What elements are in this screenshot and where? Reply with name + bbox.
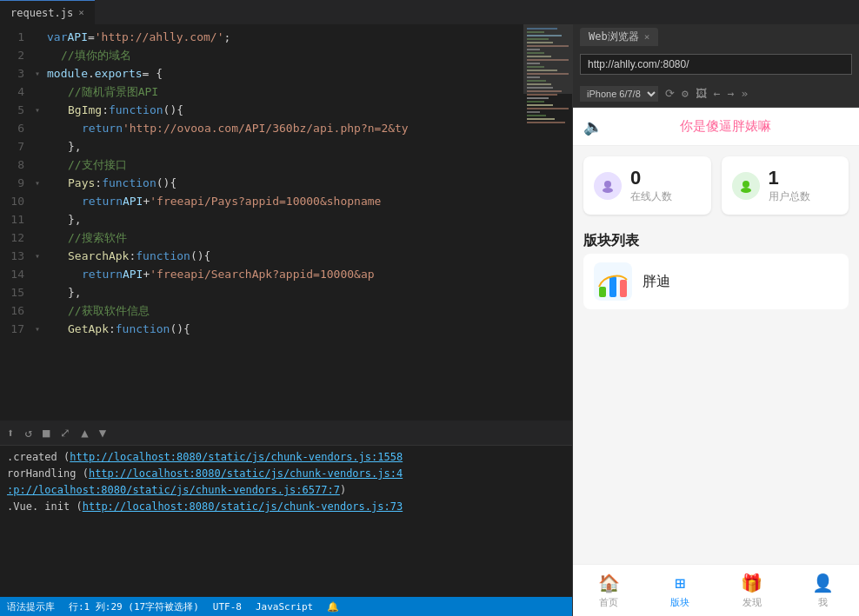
- minimap-viewport[interactable]: [523, 24, 572, 94]
- nav-item-home[interactable]: 🏠 首页: [573, 573, 644, 609]
- svg-point-29: [603, 188, 613, 193]
- device-select[interactable]: iPhone 6/7/8 iPhone X iPad: [580, 86, 658, 102]
- forum-icon: [594, 262, 632, 301]
- terminal-area[interactable]: .created (http://localhost:8080/static/j…: [0, 445, 572, 597]
- status-position: 行:1 列:29 (17字符被选择): [69, 600, 199, 613]
- terminal-link[interactable]: http://localhost:8080/static/js/chunk-ve…: [83, 500, 403, 513]
- profile-icon: 👤: [812, 573, 834, 593]
- svg-rect-26: [527, 118, 555, 120]
- browser-tab-label: Web浏览器: [589, 30, 639, 44]
- code-line: return API + 'freeapi/SearchApk?appid=10…: [31, 265, 523, 283]
- svg-rect-23: [527, 108, 569, 109]
- svg-rect-33: [599, 287, 606, 297]
- code-line: ▾ GetApk : function (){: [31, 320, 523, 338]
- users-icon: [732, 172, 760, 200]
- nav-item-profile[interactable]: 👤 我: [788, 573, 859, 609]
- online-count: 0: [630, 167, 672, 189]
- terminal-line: :p://localhost:8080/static/js/chunk-vend…: [7, 482, 565, 499]
- online-label: 在线人数: [630, 189, 672, 204]
- refresh-icon[interactable]: ↺: [24, 426, 31, 440]
- svg-rect-20: [527, 97, 549, 99]
- code-line: ▾ module . exports = {: [31, 64, 523, 83]
- nav-home-label: 首页: [599, 596, 618, 609]
- rotate-icon[interactable]: ⟳: [665, 87, 675, 100]
- editor-area: 12345 678910 1112131415 1617 var API = '…: [0, 24, 572, 616]
- status-hint[interactable]: 语法提示库: [7, 600, 55, 613]
- stats-row: 0 在线人数 1 用户总数: [573, 146, 859, 225]
- svg-rect-19: [527, 94, 557, 96]
- forum-nav-icon: ⊞: [675, 573, 685, 593]
- more-icon[interactable]: »: [741, 87, 748, 100]
- nav-profile-label: 我: [818, 596, 828, 609]
- user-label: 用户总数: [769, 189, 810, 204]
- stop-icon[interactable]: ■: [43, 426, 50, 440]
- nav-forum-label: 版块: [670, 596, 689, 609]
- user-count: 1: [769, 167, 810, 189]
- svg-rect-27: [527, 122, 565, 123]
- app-title: 你是傻逼胖婊嘛: [603, 118, 849, 135]
- tab-label: request.js: [10, 7, 73, 19]
- code-line: //填你的域名: [31, 46, 523, 64]
- code-line: //获取软件信息: [31, 301, 523, 320]
- browser-tab[interactable]: Web浏览器 ×: [580, 28, 658, 46]
- bottom-nav: 🏠 首页 ⊞ 版块 🎁 发现 👤 我: [573, 564, 859, 616]
- app-top-bar: 🔈 你是傻逼胖婊嘛: [573, 108, 859, 146]
- down-icon[interactable]: ▼: [99, 426, 106, 440]
- terminal-line: .Vue. init (http://localhost:8080/static…: [7, 499, 565, 515]
- terminal-line: .created (http://localhost:8080/static/j…: [7, 449, 565, 466]
- section-header: 版块列表: [573, 225, 859, 254]
- browser-url-input[interactable]: [580, 54, 852, 75]
- home-icon: 🏠: [598, 573, 620, 593]
- status-encoding: UTF-8: [213, 601, 242, 613]
- svg-rect-35: [620, 280, 627, 297]
- line-numbers: 12345 678910 1112131415 1617: [0, 24, 31, 421]
- minimap[interactable]: [523, 24, 572, 421]
- svg-point-30: [742, 181, 749, 188]
- main-area: 12345 678910 1112131415 1617 var API = '…: [0, 24, 859, 616]
- upload-icon[interactable]: ⬆: [7, 426, 14, 440]
- status-language: JavaScript: [256, 601, 313, 613]
- browser-address-bar: [573, 49, 859, 80]
- settings-icon[interactable]: ⚙: [682, 87, 689, 100]
- browser-panel: Web浏览器 × iPhone 6/7/8 iPhone X iPad ⟳ ⚙ …: [572, 24, 859, 616]
- svg-rect-22: [527, 104, 553, 106]
- browser-content: 🔈 你是傻逼胖婊嘛 0 在线人数: [573, 108, 859, 616]
- svg-rect-24: [527, 111, 540, 113]
- code-editor[interactable]: 12345 678910 1112131415 1617 var API = '…: [0, 24, 572, 421]
- browser-device-bar: iPhone 6/7/8 iPhone X iPad ⟳ ⚙ 🖼 ← → »: [573, 80, 859, 108]
- nav-item-discover[interactable]: 🎁 发现: [716, 573, 788, 609]
- screenshot-icon[interactable]: 🖼: [696, 87, 707, 100]
- code-line: ▾ SearchApk : function (){: [31, 247, 523, 265]
- editor-toolbar: ⬆ ↺ ■ ⤢ ▲ ▼: [0, 421, 572, 445]
- up-icon[interactable]: ▲: [81, 426, 88, 440]
- code-content[interactable]: var API = 'http://ahlly.com/' ; //填你的域名 …: [31, 24, 523, 421]
- users-stat-card[interactable]: 1 用户总数: [722, 156, 849, 215]
- svg-rect-25: [527, 115, 546, 116]
- discover-icon: 🎁: [741, 573, 762, 593]
- expand-icon[interactable]: ⤢: [60, 426, 70, 440]
- back-icon[interactable]: ←: [714, 87, 721, 100]
- code-line: //搜索软件: [31, 229, 523, 247]
- browser-tab-close-icon[interactable]: ×: [644, 31, 650, 43]
- code-line: ▾ BgImg : function (){: [31, 101, 523, 119]
- status-bell[interactable]: 🔔: [327, 601, 339, 613]
- code-line: },: [31, 137, 523, 156]
- terminal-link[interactable]: http://localhost:8080/static/js/chunk-ve…: [70, 451, 403, 463]
- terminal-line: rorHandling (http://localhost:8080/stati…: [7, 466, 565, 482]
- nav-discover-label: 发现: [742, 596, 762, 609]
- terminal-link[interactable]: :p://localhost:8080/static/js/chunk-vend…: [7, 484, 340, 496]
- nav-item-forum[interactable]: ⊞ 版块: [644, 573, 716, 609]
- editor-tab[interactable]: request.js ×: [0, 0, 95, 24]
- forum-item[interactable]: 胖迪: [583, 254, 849, 309]
- svg-point-31: [741, 188, 751, 193]
- speaker-icon[interactable]: 🔈: [583, 117, 603, 136]
- code-line: //支付接口: [31, 156, 523, 174]
- tab-close-icon[interactable]: ×: [78, 7, 84, 18]
- terminal-link[interactable]: http://localhost:8080/static/js/chunk-ve…: [89, 467, 403, 480]
- code-line: var API = 'http://ahlly.com/' ;: [31, 28, 523, 46]
- online-icon: [594, 172, 622, 200]
- online-stat-card[interactable]: 0 在线人数: [583, 156, 711, 215]
- svg-rect-21: [527, 101, 544, 103]
- code-line: },: [31, 210, 523, 229]
- forward-icon[interactable]: →: [728, 87, 735, 100]
